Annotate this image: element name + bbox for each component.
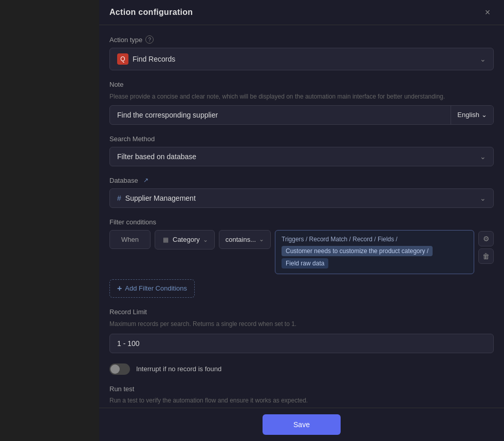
close-button[interactable]: ×: [481, 6, 494, 18]
run-test-label: Run test: [109, 385, 494, 393]
category-select[interactable]: ▦ Category ⌄: [155, 230, 215, 250]
filter-delete-button[interactable]: 🗑: [478, 248, 494, 264]
search-method-section: Search Method Filter based on database ⌄: [109, 135, 494, 166]
action-type-info-icon[interactable]: ?: [145, 35, 154, 44]
note-language-value: English: [457, 111, 479, 119]
note-language-selector[interactable]: English ⌄: [451, 106, 493, 124]
category-icon: ▦: [161, 236, 170, 244]
sidebar-background: [0, 0, 99, 441]
action-type-select-left: Q Find Records: [117, 53, 175, 65]
action-type-value: Find Records: [133, 55, 175, 63]
add-filter-label: Add Filter Conditions: [125, 284, 187, 292]
search-method-chevron-icon: ⌄: [480, 152, 486, 161]
contains-value: contains...: [226, 236, 256, 243]
filter-conditions-label: Filter conditions: [109, 218, 494, 226]
action-type-select[interactable]: Q Find Records ⌄: [109, 48, 494, 70]
panel-footer: Save: [99, 408, 504, 441]
add-filter-plus-icon: +: [117, 284, 122, 293]
database-external-link-icon[interactable]: ↗: [143, 177, 148, 184]
database-chevron-icon: ⌄: [480, 194, 486, 202]
database-value: Supplier Management: [125, 194, 196, 202]
contains-select[interactable]: contains... ⌄: [219, 230, 271, 249]
find-records-icon: Q: [117, 53, 128, 65]
action-type-section: Action type ? Q Find Records ⌄: [109, 35, 494, 70]
database-label: Database ↗: [109, 177, 494, 184]
record-limit-label: Record Limit: [109, 308, 494, 316]
note-label: Note: [109, 81, 494, 88]
note-input-wrapper: English ⌄: [109, 105, 494, 125]
interrupt-toggle-row: Interrupt if no record is found: [109, 363, 494, 375]
database-select[interactable]: # Supplier Management ⌄: [109, 188, 494, 208]
search-method-label: Search Method: [109, 135, 494, 143]
save-button[interactable]: Save: [263, 414, 341, 435]
toggle-thumb: [110, 365, 120, 374]
contains-chevron-icon: ⌄: [259, 236, 264, 243]
filter-settings-button[interactable]: ⚙: [478, 231, 494, 246]
search-method-value: Filter based on database: [117, 152, 196, 161]
filter-conditions-section: Filter conditions When ▦ Category ⌄ cont…: [109, 218, 494, 298]
filter-breadcrumb: Triggers / Record Match / Record / Field…: [282, 236, 468, 243]
value-dropdown[interactable]: Triggers / Record Match / Record / Field…: [275, 230, 474, 274]
search-method-select[interactable]: Filter based on database ⌄: [109, 147, 494, 166]
note-input[interactable]: [110, 106, 451, 124]
filter-row-actions: ⚙ 🗑: [478, 230, 494, 264]
database-hash-icon: #: [117, 194, 121, 202]
interrupt-toggle[interactable]: [109, 363, 130, 375]
record-limit-input[interactable]: [109, 334, 494, 353]
action-type-label: Action type ?: [109, 35, 494, 44]
panel-body: Action type ? Q Find Records ⌄ Note Plea…: [99, 25, 504, 408]
add-filter-conditions-button[interactable]: + Add Filter Conditions: [109, 279, 195, 298]
action-type-chevron-icon: ⌄: [480, 55, 486, 63]
note-section: Note Please provide a concise and clear …: [109, 81, 494, 125]
filter-tags: Customer needs to customize the product …: [282, 246, 468, 269]
run-test-hint: Run a test to verify the automation flow…: [109, 397, 494, 404]
note-lang-chevron-icon: ⌄: [481, 111, 487, 119]
panel-header: Action configuration ×: [99, 0, 504, 25]
record-limit-section: Record Limit Maximum records per search.…: [109, 308, 494, 353]
filter-row: When ▦ Category ⌄ contains... ⌄ Triggers…: [109, 230, 494, 274]
filter-tag-0: Customer needs to customize the product …: [282, 246, 433, 256]
database-select-left: # Supplier Management: [117, 194, 196, 202]
database-section: Database ↗ # Supplier Management ⌄: [109, 177, 494, 208]
panel-title: Action configuration: [109, 8, 193, 17]
interrupt-toggle-label: Interrupt if no record is found: [136, 365, 221, 373]
category-value: Category: [173, 236, 200, 243]
category-chevron-icon: ⌄: [203, 236, 208, 243]
filter-tag-1: Field raw data: [282, 258, 328, 269]
action-configuration-panel: Action configuration × Action type ? Q F…: [99, 0, 504, 441]
when-badge: When: [109, 230, 151, 249]
record-limit-hint: Maximum records per search. Returns a si…: [109, 320, 494, 329]
run-test-section: Run test Run a test to verify the automa…: [109, 385, 494, 408]
note-hint: Please provide a concise and clear note,…: [109, 92, 494, 101]
